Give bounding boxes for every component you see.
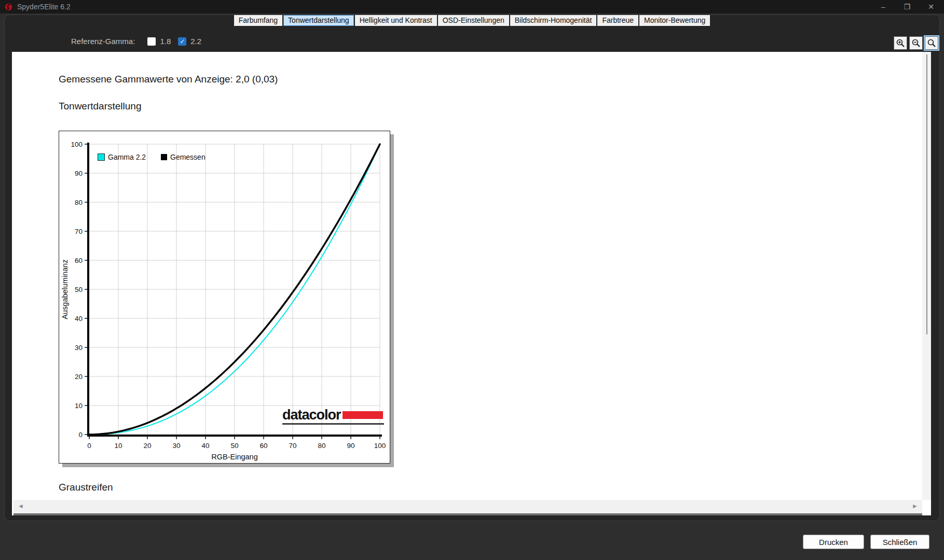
x-tick-label: 100 <box>374 442 386 450</box>
zoom-out-icon <box>911 38 921 48</box>
legend-gemessen: Gemessen <box>161 153 206 161</box>
y-tick-label: 70 <box>75 228 83 235</box>
x-tick-label: 10 <box>114 442 122 450</box>
scroll-right-arrow-icon[interactable]: ► <box>912 502 918 510</box>
x-axis-title: RGB-Eingang <box>211 453 257 461</box>
x-tick-label: 60 <box>259 442 267 450</box>
reference-gamma-row: Referenz-Gamma: 1.8 ✓ 2.2 <box>71 37 201 46</box>
gamma-1.8-label: 1.8 <box>160 37 171 46</box>
titlebar: Spyder5Elite 6.2 – ❐ ✕ <box>0 0 944 13</box>
y-tick-label: 60 <box>75 257 83 264</box>
x-tick-label: 40 <box>201 442 209 450</box>
datacolor-watermark: datacolor <box>282 408 386 425</box>
zoom-out-button[interactable] <box>909 36 923 50</box>
y-tick-label: 40 <box>75 315 83 323</box>
zoom-fit-button[interactable] <box>925 36 938 50</box>
tab-monitor-bewertung[interactable]: Monitor-Bewertung <box>639 15 710 26</box>
y-axis-title: Ausgabeluminanz <box>61 259 69 319</box>
y-tick-label: 10 <box>75 402 83 410</box>
x-tick-label: 0 <box>87 442 91 450</box>
tab-farbumfang[interactable]: Farbumfang <box>234 15 282 26</box>
x-tick-label: 70 <box>289 442 296 450</box>
minimize-button[interactable]: – <box>871 0 895 13</box>
tone-curve-chart: 0010102020303040405050606070708080909010… <box>59 131 390 464</box>
restore-button[interactable]: ❐ <box>895 0 919 13</box>
tab-helligkeit-und-kontrast[interactable]: Helligkeit und Kontrast <box>355 15 437 26</box>
content-panel: Gemessene Gammawerte von Anzeige: 2,0 (0… <box>12 52 931 515</box>
close-button[interactable]: ✕ <box>919 0 943 13</box>
zoom-in-button[interactable] <box>894 36 907 50</box>
datacolor-logo-text: datacolor <box>282 408 341 422</box>
legend-swatch-gamma <box>98 153 105 161</box>
datacolor-underline <box>282 423 384 425</box>
close-dialog-button[interactable]: Schließen <box>870 535 929 549</box>
horizontal-scrollbar[interactable]: ◄ ► <box>13 500 922 515</box>
y-tick-label: 90 <box>75 170 83 177</box>
tab-bar: Farbumfang Tonwertdarstellung Helligkeit… <box>0 15 944 26</box>
y-tick-label: 20 <box>75 373 83 381</box>
tab-tonwertdarstellung[interactable]: Tonwertdarstellung <box>283 15 354 26</box>
y-tick-label: 80 <box>75 199 83 206</box>
y-tick-label: 100 <box>71 141 83 148</box>
y-tick-label: 0 <box>78 431 83 439</box>
legend-gamma-2.2: Gamma 2.2 <box>98 153 146 161</box>
next-section-heading: Graustreifen <box>59 482 113 493</box>
x-tick-label: 90 <box>347 442 354 450</box>
tab-osd-einstellungen[interactable]: OSD-Einstellungen <box>438 15 509 26</box>
tab-bildschirm-homogenitaet[interactable]: Bildschirm-Homogenität <box>510 15 597 26</box>
window-title: Spyder5Elite 6.2 <box>17 3 71 11</box>
legend-swatch-gemessen <box>161 154 167 160</box>
window-controls: – ❐ ✕ <box>871 0 943 13</box>
zoom-fit-icon <box>927 38 936 48</box>
gamma-2.2-label: 2.2 <box>190 37 201 46</box>
x-tick-label: 20 <box>143 442 151 450</box>
spyder-logo-icon <box>5 3 12 11</box>
measured-gamma-heading: Gemessene Gammawerte von Anzeige: 2,0 (0… <box>59 74 278 85</box>
legend-label-gemessen: Gemessen <box>170 153 206 161</box>
section-heading: Tonwertdarstellung <box>59 101 141 112</box>
y-tick-label: 50 <box>75 286 83 293</box>
zoom-toolbar <box>894 36 938 50</box>
print-button[interactable]: Drucken <box>803 535 864 549</box>
scrollbar-corner <box>922 500 931 515</box>
gamma-1.8-checkbox[interactable] <box>147 37 156 46</box>
scroll-left-arrow-icon[interactable]: ◄ <box>18 502 24 510</box>
x-tick-label: 80 <box>318 442 325 450</box>
datacolor-red-bar <box>343 411 383 419</box>
zoom-in-icon <box>896 38 905 48</box>
vertical-scrollbar[interactable] <box>922 52 931 500</box>
vertical-scrollbar-thumb[interactable] <box>926 54 927 334</box>
app-window: Spyder5Elite 6.2 – ❐ ✕ Farbumfang Tonwer… <box>0 0 944 560</box>
gamma-2.2-checkbox[interactable]: ✓ <box>178 37 186 46</box>
x-tick-label: 30 <box>172 442 180 450</box>
legend-label-gamma: Gamma 2.2 <box>108 153 146 161</box>
y-tick-label: 30 <box>75 344 83 352</box>
tab-farbtreue[interactable]: Farbtreue <box>597 15 638 26</box>
reference-gamma-label: Referenz-Gamma: <box>71 37 135 46</box>
x-tick-label: 50 <box>230 442 238 450</box>
